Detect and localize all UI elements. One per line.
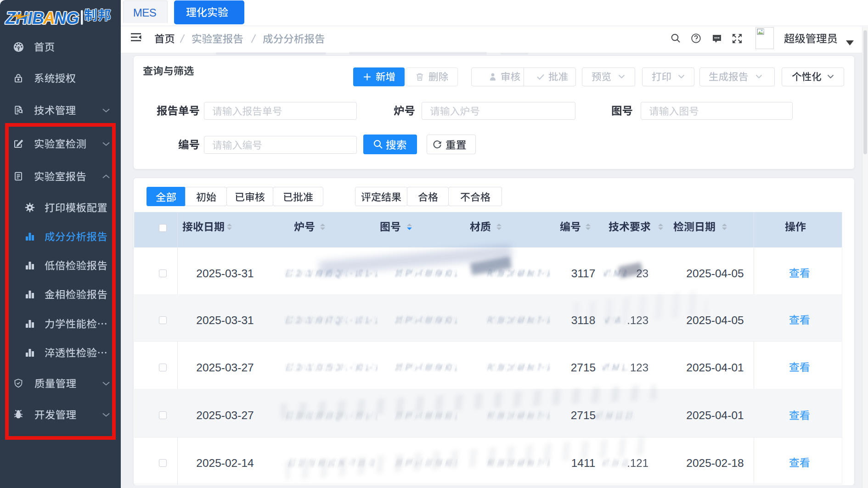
svg-text:ZHIB: ZHIB — [5, 9, 44, 27]
svg-text:A: A — [43, 9, 55, 27]
svg-text:NG: NG — [54, 9, 79, 27]
